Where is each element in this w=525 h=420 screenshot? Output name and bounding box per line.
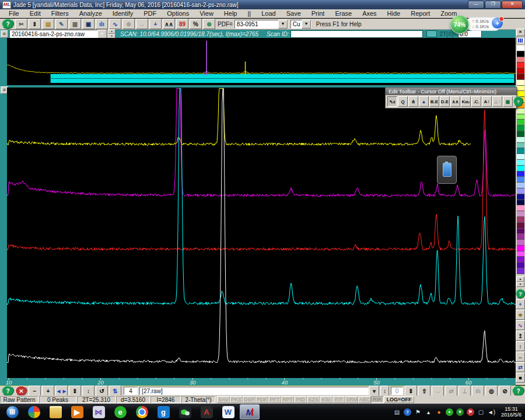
expand-x-button[interactable]: ↔ [516, 352, 525, 362]
offset-button[interactable]: ⊥↕ [492, 96, 502, 107]
report-globe-button[interactable]: ⊛ [203, 19, 215, 29]
target-button[interactable]: ◎ [485, 386, 498, 396]
tray-360-green-icon[interactable]: + [446, 408, 453, 416]
menu-load[interactable]: Load [256, 10, 281, 17]
status-flag-rir[interactable]: RIR [371, 396, 384, 403]
pan-horizontal-button[interactable]: ↔ [136, 19, 148, 29]
palette-swatch-24[interactable] [517, 183, 524, 188]
pan-left-button[interactable]: ↔ [432, 386, 444, 396]
stack-traces-button[interactable]: ∿ [516, 320, 525, 330]
status-flag-dsp[interactable]: DSP [243, 396, 256, 403]
pan-button[interactable]: + [516, 299, 525, 309]
move-button[interactable]: + [149, 19, 162, 29]
palette-swatch-33[interactable] [517, 234, 524, 240]
smooth-wave-button[interactable]: ∿ [109, 19, 121, 29]
pdf-number-button[interactable]: 89 [176, 19, 188, 29]
close-button[interactable]: ✕ [502, 1, 523, 9]
log-toggle[interactable]: LOG=OFF [384, 396, 414, 403]
app-word[interactable]: W [218, 404, 238, 419]
expand-vertical-button[interactable]: ↕ [82, 386, 94, 396]
spin-button[interactable]: ⇕ [69, 386, 81, 396]
data-edit-button[interactable]: D.E [440, 96, 450, 107]
help-button[interactable]: ? [512, 386, 524, 396]
menu-help[interactable]: Help [219, 10, 243, 17]
app-360-suite[interactable] [24, 404, 44, 419]
menu-axes[interactable]: Axes [357, 10, 382, 17]
status-flag-srm[interactable]: SRM [345, 396, 358, 403]
disable-button[interactable]: ⊘ [499, 386, 511, 396]
status-flag-fit[interactable]: FIT [332, 396, 345, 403]
ka2-strip-button[interactable]: Kα₂ [461, 96, 471, 107]
status-flag-rpt[interactable]: RPT [281, 396, 294, 403]
menu-identify[interactable]: Identify [107, 10, 138, 17]
peak-cursor-button[interactable]: ⋔ [408, 96, 418, 107]
palette-swatch-6[interactable] [517, 80, 524, 86]
palette-swatch-30[interactable] [517, 217, 524, 223]
minimize-button[interactable]: — [468, 1, 484, 9]
slide-x-button[interactable]: ⇄ [516, 362, 525, 372]
overview-panel-menu-button[interactable]: ≣ [1, 30, 8, 38]
expand-vertical-button[interactable]: ⇕ [29, 19, 41, 29]
anode-combo[interactable]: Cu ▼ [290, 20, 312, 29]
open-file-button[interactable]: ▤ [42, 19, 54, 29]
scan-file-field[interactable]: [27.raw] [139, 387, 369, 395]
app-chrome[interactable] [132, 404, 152, 419]
crosshair-button[interactable]: ⊕ [123, 19, 135, 29]
delete-scan-button[interactable]: ✕ [15, 386, 27, 396]
slide-horizontal-button[interactable]: ◄► [55, 386, 68, 396]
app-sogou-browser[interactable]: g [153, 404, 173, 419]
area-fill-button[interactable]: ▲ [419, 96, 429, 107]
palette-swatch-36[interactable] [517, 251, 524, 257]
save-as-button[interactable]: ✎ [55, 19, 68, 29]
find-peaks-button[interactable]: ∧∧ [163, 19, 175, 29]
cursor-mode-button[interactable]: ⇖z [387, 96, 397, 107]
tray-action-center-icon[interactable]: ⚑ [467, 408, 474, 416]
marker-tool-button[interactable]: ✂ [15, 19, 27, 29]
tile-colors-button[interactable]: ▦ [503, 96, 513, 107]
palette-swatch-20[interactable] [517, 160, 524, 166]
palette-swatch-3[interactable] [517, 62, 524, 68]
offset-value[interactable]: 0 [391, 387, 403, 395]
palette-swatch-14[interactable] [517, 125, 524, 131]
status-flag-ksi[interactable]: KSI [320, 396, 332, 403]
background-edit-button[interactable]: B.E [429, 96, 439, 107]
palette-swatch-17[interactable] [517, 143, 524, 149]
help-button[interactable]: ? [516, 289, 525, 299]
tray-volume-icon[interactable]: ◄) [488, 408, 495, 416]
palette-swatch-19[interactable] [517, 154, 524, 160]
palette-swatch-29[interactable] [517, 211, 524, 217]
tray-show-hidden-icon[interactable]: ▴ [425, 408, 432, 416]
palette-swatch-12[interactable] [517, 114, 524, 120]
help-button[interactable]: ? [513, 96, 523, 107]
offset-button[interactable]: ⇕ [405, 386, 417, 396]
palette-swatch-7[interactable] [517, 86, 524, 92]
scroll-traces-button[interactable]: ⇅ [109, 386, 121, 396]
scan-id-input[interactable] [290, 30, 423, 38]
palette-swatch-18[interactable] [517, 148, 524, 154]
menu-filters[interactable]: Filters [46, 10, 74, 17]
palette-swatch-16[interactable] [517, 137, 524, 143]
profile-peaks-button[interactable]: ∧∧ [450, 96, 460, 107]
start-button[interactable]: ⊞ [2, 404, 22, 419]
menu-pdf[interactable]: PDF [138, 10, 162, 17]
pattern-bars-icon[interactable] [516, 37, 525, 44]
palette-swatch-2[interactable] [517, 57, 524, 63]
zoom-out-button[interactable]: − [29, 386, 41, 396]
chevron-down-icon[interactable]: ▼ [302, 20, 311, 29]
palette-swatch-28[interactable] [517, 205, 524, 211]
edit-toolbar-title[interactable]: Edit Toolbar - Cursor Off (Menu/Ctrl=Min… [386, 88, 516, 95]
help-button[interactable]: ? [2, 386, 14, 396]
overlay-offset-button[interactable]: ≑ [516, 310, 525, 320]
palette-swatch-15[interactable] [517, 131, 524, 137]
palette-swatch-23[interactable] [517, 177, 524, 183]
accelerator-icon[interactable]: + [492, 18, 503, 29]
status-flag-pid[interactable]: PID [294, 396, 307, 403]
print-button[interactable]: ▥ [69, 19, 81, 29]
palette-swatch-32[interactable] [517, 229, 524, 235]
tray-language-icon[interactable]: ⚑ [414, 408, 422, 416]
menu-analyze[interactable]: Analyze [74, 10, 107, 17]
palette-swatch-35[interactable] [517, 246, 524, 251]
app-adobe-reader[interactable]: A [197, 404, 216, 419]
palette-swatch-4[interactable] [517, 68, 524, 74]
app-jade[interactable]: M [240, 404, 260, 419]
